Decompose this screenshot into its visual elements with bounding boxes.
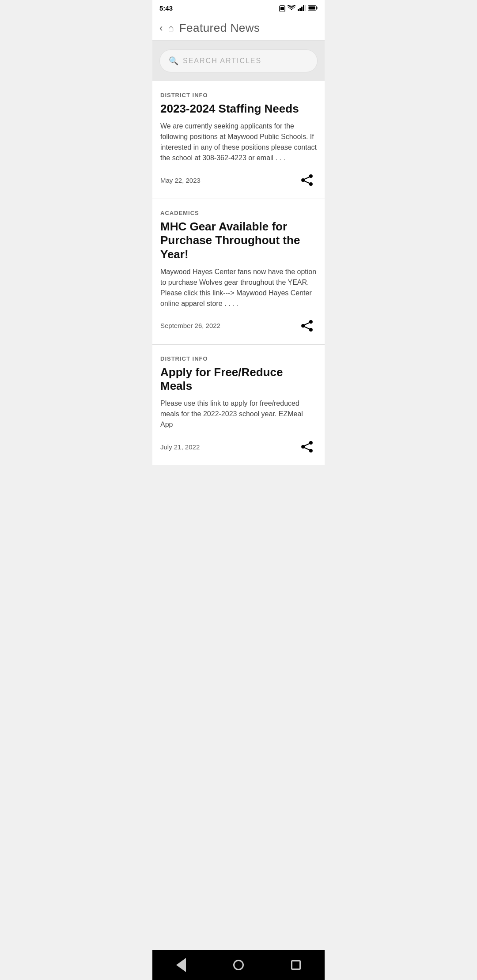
svg-rect-4 [301, 7, 303, 11]
article-date: September 26, 2022 [160, 322, 220, 329]
share-icon [300, 440, 314, 454]
articles-list: DISTRICT INFO 2023-2024 Staffing Needs W… [152, 81, 325, 465]
svg-point-12 [309, 182, 313, 186]
svg-line-18 [305, 323, 310, 325]
back-button[interactable]: ‹ [159, 23, 163, 33]
svg-rect-9 [309, 7, 315, 10]
article-footer: September 26, 2022 [160, 316, 317, 335]
sim-icon [279, 4, 285, 11]
svg-rect-5 [303, 5, 304, 11]
svg-rect-3 [299, 8, 301, 11]
svg-point-17 [309, 328, 313, 332]
svg-rect-6 [305, 5, 306, 11]
search-placeholder: SEARCH ARTICLES [183, 57, 261, 65]
nav-header: ‹ ⌂ Featured News [152, 16, 325, 41]
share-icon [300, 173, 314, 187]
svg-line-13 [305, 177, 310, 179]
search-container: 🔍 SEARCH ARTICLES [152, 41, 325, 81]
svg-line-24 [305, 448, 310, 450]
status-bar: 5:43 [152, 0, 325, 16]
svg-line-14 [305, 181, 310, 183]
status-icons [279, 4, 318, 11]
article-card[interactable]: DISTRICT INFO Apply for Free/Reduce Meal… [152, 345, 325, 465]
article-excerpt: Please use this link to apply for free/r… [160, 398, 317, 430]
recents-square-icon [291, 960, 301, 970]
share-button[interactable] [297, 170, 317, 190]
article-title: 2023-2024 Staffing Needs [160, 102, 317, 116]
svg-point-20 [309, 441, 313, 445]
nav-home-button[interactable] [227, 956, 250, 974]
svg-point-10 [309, 174, 313, 178]
article-title: Apply for Free/Reduce Meals [160, 366, 317, 393]
article-excerpt: We are currently seeking applicants for … [160, 121, 317, 163]
article-category: DISTRICT INFO [160, 92, 317, 98]
share-button[interactable] [297, 437, 317, 456]
svg-rect-2 [298, 9, 299, 11]
page-title: Featured News [179, 21, 260, 35]
share-icon [300, 319, 314, 333]
svg-rect-8 [317, 7, 318, 9]
nav-back-button[interactable] [170, 956, 192, 974]
article-excerpt: Maywood Hayes Center fans now have the o… [160, 267, 317, 309]
article-card[interactable]: ACADEMICS MHC Gear Available for Purchas… [152, 199, 325, 345]
article-date: July 21, 2022 [160, 443, 200, 451]
article-title: MHC Gear Available for Purchase Througho… [160, 220, 317, 261]
article-date: May 22, 2023 [160, 177, 201, 184]
search-icon: 🔍 [169, 56, 178, 66]
svg-line-19 [305, 327, 310, 329]
status-time: 5:43 [159, 4, 173, 12]
bottom-spacer [152, 465, 325, 496]
article-card[interactable]: DISTRICT INFO 2023-2024 Staffing Needs W… [152, 81, 325, 199]
article-category: DISTRICT INFO [160, 355, 317, 362]
wifi-icon [288, 5, 295, 11]
svg-point-15 [309, 320, 313, 324]
nav-recents-button[interactable] [285, 956, 307, 974]
home-button[interactable]: ⌂ [168, 23, 174, 33]
back-arrow-icon [176, 958, 186, 972]
bottom-nav-bar [152, 950, 325, 980]
article-footer: July 21, 2022 [160, 437, 317, 456]
share-button[interactable] [297, 316, 317, 335]
svg-rect-1 [280, 7, 284, 10]
home-circle-icon [233, 960, 244, 970]
signal-icon [298, 5, 306, 11]
article-footer: May 22, 2023 [160, 170, 317, 190]
battery-icon [308, 5, 318, 11]
svg-point-22 [309, 449, 313, 452]
search-bar[interactable]: 🔍 SEARCH ARTICLES [159, 49, 318, 72]
svg-line-23 [305, 444, 310, 446]
article-category: ACADEMICS [160, 210, 317, 216]
